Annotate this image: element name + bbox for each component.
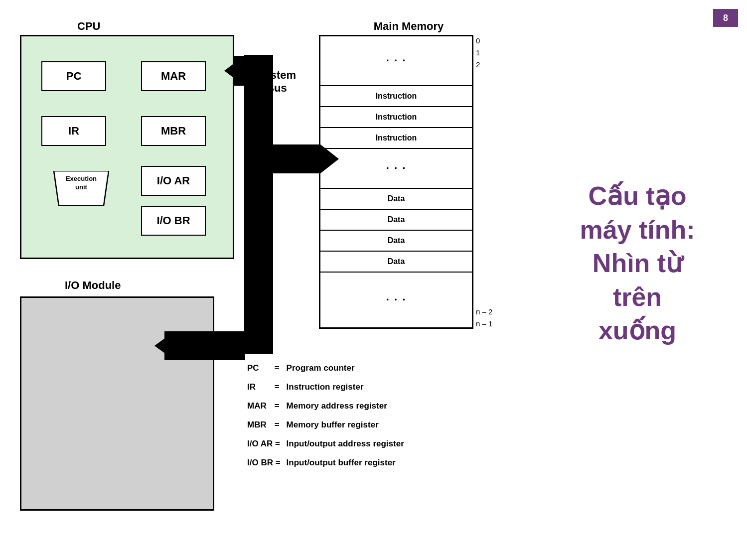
svg-marker-0 [54,171,109,206]
ir-register: IR [41,116,106,146]
memory-data2: Data [320,210,472,231]
memory-data1: Data [320,189,472,210]
legend-ir-abbr: IR [244,378,272,397]
legend-mbr: MBR = Memory buffer register [244,416,407,434]
memory-instruction2: Instruction [320,107,472,128]
legend-pc: PC = Program counter [244,359,407,378]
ioar-register: I/O AR [141,166,206,196]
cpu-box: PC MAR IR MBR I/O AR I/O BR Executionuni… [20,35,234,259]
memory-instruction1: Instruction [320,86,472,107]
memory-mid-dots: · · · [386,162,407,175]
memory-label: Main Memory [334,20,483,33]
svg-marker-2 [234,56,244,86]
pc-register: PC [41,61,106,91]
legend-pc-eq: = [272,359,284,378]
legend-mbr-eq: = [272,416,284,434]
legend-pc-abbr: PC [244,359,272,378]
legend-mbr-full: Memory buffer register [284,416,407,434]
legend: PC = Program counter IR = Instruction re… [244,359,407,472]
legend-ioar-full: Input/output address register [284,434,407,453]
memory-addresses: 0 1 2 n – 2 n – 1 [476,35,492,330]
io-module-label: I/O Module [65,279,121,292]
iobr-register: I/O BR [141,206,206,236]
legend-iobr-abbr: I/O BR = [244,453,284,472]
legend-ioar-abbr: I/O AR = [244,434,284,453]
svg-rect-4 [234,64,245,78]
legend-iobr: I/O BR = Input/output buffer register [244,453,407,472]
legend-ioar: I/O AR = Input/output address register [244,434,407,453]
legend-mar-abbr: MAR [244,397,272,416]
svg-rect-1 [244,55,273,354]
legend-ir: IR = Instruction register [244,378,407,397]
vietnamese-title: Cấu tạomáy tính:Nhìn từtrênxuống [543,179,732,348]
memory-data4: Data [320,252,472,273]
io-module-box: ··· Buffers [20,296,214,511]
mbr-register: MBR [141,116,206,146]
cpu-label: CPU [77,20,100,33]
system-bus-label: SystemBus [247,69,306,95]
legend-ir-eq: = [272,378,284,397]
mar-register: MAR [141,61,206,91]
legend-mar: MAR = Memory address register [244,397,407,416]
svg-rect-7 [244,331,273,346]
legend-mar-full: Memory address register [284,397,407,416]
legend-mbr-abbr: MBR [244,416,272,434]
legend-pc-full: Program counter [284,359,407,378]
legend-ir-full: Instruction register [284,378,407,397]
memory-instruction3: Instruction [320,128,472,149]
legend-mar-eq: = [272,397,284,416]
svg-rect-5 [273,144,320,173]
address-n1: n – 1 [476,318,492,330]
legend-iobr-full: Input/output buffer register [284,453,407,472]
execution-unit [49,171,114,206]
memory-bottom-dots: · · · [320,273,472,327]
memory-data3: Data [320,231,472,252]
memory-top-dots: · · · [386,54,407,67]
memory-box: · · · Instruction Instruction Instructio… [319,35,473,329]
slide-number: 8 [713,9,738,27]
address-n2: n – 2 [476,306,492,318]
